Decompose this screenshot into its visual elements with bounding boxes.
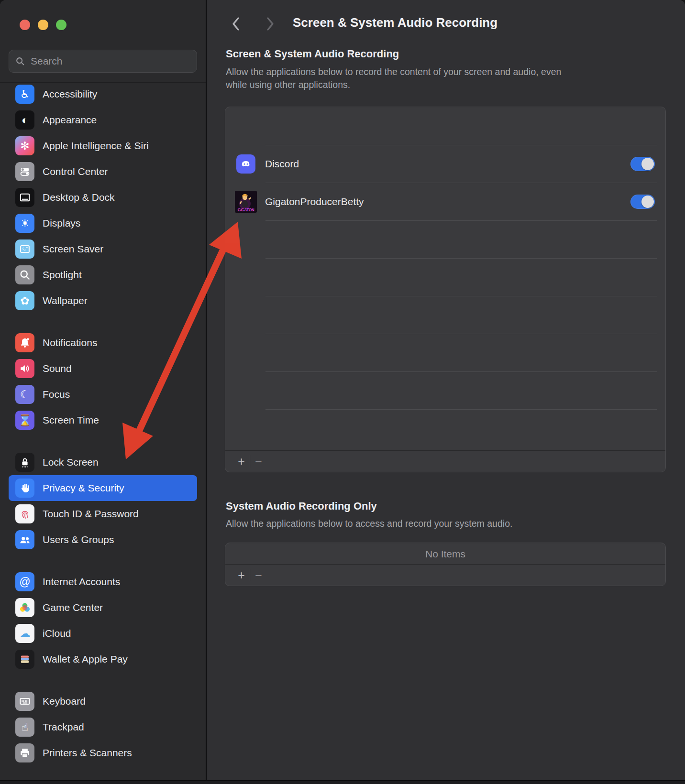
chevron-right-icon: [265, 16, 275, 32]
sidebar-item-users-groups[interactable]: Users & Groups: [9, 527, 197, 553]
app-list-footer: + −: [225, 450, 665, 472]
moon-icon: ☾: [15, 385, 34, 404]
sidebar-item-privacy-security[interactable]: Privacy & Security: [9, 475, 197, 501]
sidebar-item-accessibility[interactable]: ♿Accessibility: [9, 81, 197, 107]
sidebar-item-control-center[interactable]: Control Center: [9, 159, 197, 185]
sidebar-item-notifications[interactable]: Notifications: [9, 330, 197, 356]
remove-system-audio-button[interactable]: −: [250, 569, 267, 581]
sidebar-item-internet-accounts[interactable]: @Internet Accounts: [9, 569, 197, 595]
search-input[interactable]: [30, 55, 191, 67]
sidebar-item-touch-id-password[interactable]: Touch ID & Password: [9, 501, 197, 527]
sidebar-item-trackpad[interactable]: ☝Trackpad: [9, 714, 197, 740]
row-divider: [265, 145, 657, 145]
screen-recording-heading: Screen & System Audio Recording: [226, 48, 399, 60]
screen-recording-app-list: DiscordGIGATONGigatonProducerBetty + −: [225, 107, 666, 472]
add-system-audio-button[interactable]: +: [233, 569, 250, 581]
wallet-icon: [15, 650, 34, 669]
app-row-discord: Discord: [225, 145, 665, 183]
sidebar-item-sound[interactable]: Sound: [9, 356, 197, 381]
users-icon: [15, 530, 34, 549]
hand-icon: [15, 479, 34, 498]
sidebar-item-label: Notifications: [43, 337, 97, 348]
toggle-knob: [641, 158, 654, 170]
lock-icon: [15, 453, 34, 472]
sidebar-item-label: Desktop & Dock: [43, 192, 115, 203]
empty-list-row: [225, 409, 665, 447]
app-toggle[interactable]: [630, 157, 655, 171]
app-toggle[interactable]: [630, 195, 655, 209]
forward-button[interactable]: [262, 14, 278, 33]
sidebar-item-appearance[interactable]: ◐Appearance: [9, 107, 197, 133]
fingerprint-icon: [15, 504, 34, 523]
sidebar-item-label: Internet Accounts: [43, 576, 120, 588]
empty-list-row: [225, 334, 665, 371]
hourglass-icon: ⌛: [15, 411, 34, 430]
gigaton-producer-betty-app-icon: GIGATON: [235, 191, 257, 213]
empty-list-row: [225, 258, 665, 296]
system-audio-footer: + −: [225, 564, 665, 586]
sidebar-item-screen-saver[interactable]: Screen Saver: [9, 236, 197, 262]
speaker-icon: [15, 359, 34, 378]
empty-list-row: [225, 107, 665, 145]
row-divider: [265, 334, 657, 334]
screen-recording-description: Allow the applications below to record t…: [226, 65, 561, 91]
sidebar-item-label: Wallpaper: [43, 295, 88, 306]
keyboard-icon: [15, 692, 34, 711]
displays-icon: ☀: [15, 214, 34, 233]
system-audio-list: No Items + −: [225, 543, 666, 586]
row-divider: [265, 409, 657, 410]
minimize-button[interactable]: [38, 20, 48, 30]
spotlight-icon: [15, 265, 34, 284]
sidebar-item-screen-time[interactable]: ⌛Screen Time: [9, 407, 197, 433]
sidebar-group-3: Lock ScreenPrivacy & SecurityTouch ID & …: [0, 449, 206, 553]
system-settings-window: ♿Accessibility◐Appearance✻Apple Intellig…: [0, 0, 685, 784]
wallpaper-icon: ✿: [15, 291, 34, 310]
sidebar-item-displays[interactable]: ☀Displays: [9, 210, 197, 236]
page-title: Screen & System Audio Recording: [293, 15, 497, 30]
search-field[interactable]: [9, 50, 197, 73]
sidebar-list: ♿Accessibility◐Appearance✻Apple Intellig…: [0, 81, 206, 766]
sidebar-item-focus[interactable]: ☾Focus: [9, 381, 197, 407]
sidebar-item-printers-scanners[interactable]: Printers & Scanners: [9, 740, 197, 766]
sidebar-item-keyboard[interactable]: Keyboard: [9, 688, 197, 714]
sidebar-item-label: Screen Saver: [43, 243, 103, 255]
appearance-icon: ◐: [15, 110, 34, 130]
sidebar-item-icloud[interactable]: ☁iCloud: [9, 621, 197, 646]
app-name: GigatonProducerBetty: [265, 196, 364, 207]
empty-list-row: [225, 220, 665, 258]
nav-controls: [228, 14, 278, 33]
sidebar-item-label: Trackpad: [43, 721, 84, 733]
trackpad-icon: ☝: [15, 718, 34, 737]
sidebar-item-apple-intelligence-siri[interactable]: ✻Apple Intelligence & Siri: [9, 133, 197, 159]
sidebar-group-1: ♿Accessibility◐Appearance✻Apple Intellig…: [0, 81, 206, 314]
system-audio-description: Allow the applications below to access a…: [226, 517, 512, 530]
window-bottom-edge: [0, 780, 685, 784]
system-audio-heading: System Audio Recording Only: [226, 500, 377, 512]
sidebar-item-label: Wallet & Apple Pay: [43, 653, 128, 665]
zoom-button[interactable]: [56, 20, 66, 30]
sidebar-item-game-center[interactable]: Game Center: [9, 595, 197, 621]
sidebar-item-label: Sound: [43, 363, 72, 374]
sidebar-item-label: Spotlight: [43, 269, 82, 281]
sidebar-item-lock-screen[interactable]: Lock Screen: [9, 449, 197, 475]
row-divider: [265, 220, 657, 221]
empty-list-row: [225, 371, 665, 409]
sidebar-item-spotlight[interactable]: Spotlight: [9, 262, 197, 288]
sidebar-item-wallpaper[interactable]: ✿Wallpaper: [9, 288, 197, 314]
back-button[interactable]: [228, 14, 244, 33]
add-app-button[interactable]: +: [233, 456, 250, 468]
control-center-icon: [15, 162, 34, 181]
sidebar-group-5: Keyboard☝TrackpadPrinters & Scanners: [0, 688, 206, 766]
row-divider: [265, 258, 657, 259]
sidebar-item-desktop-dock[interactable]: Desktop & Dock: [9, 185, 197, 210]
sidebar-item-label: Lock Screen: [43, 457, 99, 468]
close-button[interactable]: [20, 20, 30, 30]
sidebar-item-label: Screen Time: [43, 414, 99, 426]
sidebar-item-label: Touch ID & Password: [43, 508, 139, 520]
sidebar-item-label: Keyboard: [43, 696, 86, 707]
toggle-knob: [641, 196, 654, 208]
sidebar-item-wallet-apple-pay[interactable]: Wallet & Apple Pay: [9, 646, 197, 672]
remove-app-button[interactable]: −: [250, 456, 267, 468]
sidebar-item-label: Apple Intelligence & Siri: [43, 140, 149, 152]
row-divider: [265, 371, 657, 372]
